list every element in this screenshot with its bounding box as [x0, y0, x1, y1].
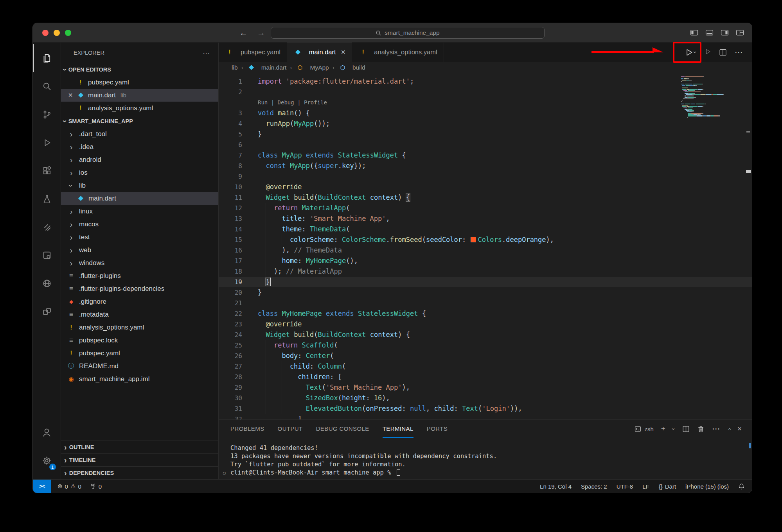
section-dependencies[interactable]: ›DEPENDENCIES [61, 466, 218, 479]
code-editor[interactable]: 1import 'package:flutter/material.dart';… [219, 73, 752, 419]
command-decoration-icon[interactable]: ○ [223, 469, 226, 477]
code-line[interactable]: 14theme: ThemeData( [219, 224, 752, 235]
code-line[interactable]: 31ElevatedButton(onPressed: null, child:… [219, 403, 752, 414]
activity-explorer[interactable] [33, 44, 61, 72]
line-number[interactable]: 16 [219, 245, 258, 256]
tree-item-lib[interactable]: ›lib [61, 179, 218, 192]
tree-item-dart-tool[interactable]: ›.dart_tool [61, 127, 218, 140]
line-number[interactable]: 8 [219, 161, 258, 171]
section-timeline[interactable]: ›TIMELINE [61, 453, 218, 466]
split-editor-icon[interactable] [719, 48, 727, 56]
code-line[interactable]: 17home: MyHomePage(), [219, 256, 752, 266]
panel-tab-problems[interactable]: PROBLEMS [230, 420, 264, 438]
line-number[interactable] [219, 97, 258, 108]
tree-item-linux[interactable]: ›linux [61, 205, 218, 218]
line-number[interactable]: 26 [219, 351, 258, 361]
code-line[interactable]: 9 [219, 171, 752, 182]
language-status[interactable]: {} Dart [659, 483, 676, 490]
breadcrumb-item-build[interactable]: build [338, 64, 365, 71]
line-number[interactable]: 1 [219, 76, 258, 87]
open-editor-main-dart[interactable]: ×main.dartlib [61, 89, 218, 102]
code-line[interactable]: 2 [219, 87, 752, 97]
line-number[interactable]: 24 [219, 330, 258, 340]
code-line[interactable]: 1import 'package:flutter/material.dart'; [219, 76, 752, 87]
minimap[interactable] [681, 75, 727, 118]
panel-tab-ports[interactable]: PORTS [427, 420, 448, 438]
close-editor-icon[interactable]: × [65, 91, 76, 100]
terminal-output[interactable]: Changed 41 dependencies!13 packages have… [219, 438, 752, 477]
terminal-prompt-line[interactable]: ○clint@Clints-MacBook-Air smart_machine_… [230, 469, 752, 477]
tree-item-readme-md[interactable]: ⓘREADME.md [61, 360, 218, 373]
command-center[interactable]: smart_machine_app [271, 27, 545, 39]
line-number[interactable]: 12 [219, 203, 258, 213]
activity-run-debug[interactable] [33, 129, 61, 157]
line-number[interactable]: 17 [219, 256, 258, 266]
code-line[interactable]: 26body: Center( [219, 351, 752, 361]
minimize-window-button[interactable] [54, 30, 60, 36]
panel-tab-output[interactable]: OUTPUT [278, 420, 303, 438]
line-number[interactable]: 22 [219, 308, 258, 319]
codelens-links[interactable]: Run | Debug | Profile [258, 97, 327, 108]
ports-status[interactable]: 0 [90, 483, 102, 490]
line-number[interactable]: 25 [219, 340, 258, 351]
editor-tab-pubspec-yaml[interactable]: !pubspec.yaml [219, 43, 287, 62]
line-number[interactable]: 3 [219, 108, 258, 118]
line-number[interactable]: 6 [219, 140, 258, 150]
line-number[interactable]: 4 [219, 118, 258, 129]
titlebar[interactable]: ← → smart_machine_app [33, 23, 752, 42]
project-section-header[interactable]: › SMART_MACHINE_APP [61, 115, 218, 127]
line-number[interactable]: 10 [219, 182, 258, 192]
code-line[interactable]: 18); // MaterialApp [219, 266, 752, 277]
terminal-dropdown-icon[interactable]: › [671, 428, 677, 430]
tree-item-metadata[interactable]: ≡.metadata [61, 308, 218, 321]
line-number[interactable]: 32 [219, 414, 258, 419]
line-number[interactable]: 19 [219, 277, 258, 287]
activity-devtools[interactable] [33, 241, 61, 269]
line-number[interactable]: 13 [219, 213, 258, 224]
settings-button[interactable]: 1 [33, 446, 61, 475]
device-selector-status[interactable]: iPhone (15) (ios) [685, 483, 729, 490]
kill-terminal-trash-icon[interactable] [697, 425, 705, 433]
tree-item-smart-machine-app-iml[interactable]: ◉smart_machine_app.iml [61, 373, 218, 385]
activity-remote-explorer[interactable] [33, 297, 61, 326]
tree-item-ios[interactable]: ›ios [61, 166, 218, 179]
shell-selector[interactable]: zsh [635, 426, 653, 432]
code-line[interactable]: 28children: [ [219, 372, 752, 382]
tree-item-analysis-options-yaml[interactable]: !analysis_options.yaml [61, 321, 218, 334]
code-line[interactable]: 20} [219, 287, 752, 298]
code-line[interactable]: 4runApp(MyApp()); [219, 118, 752, 129]
open-editor-analysis-options-yaml[interactable]: !analysis_options.yaml [61, 102, 218, 115]
breadcrumb-item-main-dart[interactable]: main.dart [247, 64, 287, 71]
run-overflow-icon[interactable] [704, 48, 711, 57]
activity-extensions[interactable] [33, 157, 61, 185]
code-line[interactable]: 7class MyApp extends StatelessWidget { [219, 150, 752, 161]
toggle-primary-sidebar-icon[interactable] [690, 29, 698, 36]
remote-indicator[interactable]: >< [33, 480, 51, 493]
zoom-window-button[interactable] [65, 30, 71, 36]
line-number[interactable]: 18 [219, 266, 258, 277]
line-number[interactable]: 30 [219, 393, 258, 403]
breadcrumb-item-myapp[interactable]: MyApp [295, 64, 329, 71]
split-terminal-icon[interactable] [682, 425, 690, 433]
close-window-button[interactable] [42, 30, 49, 36]
line-number[interactable]: 31 [219, 403, 258, 414]
code-line[interactable]: 3void main() { [219, 108, 752, 118]
open-editors-header[interactable]: › OPEN EDITORS [61, 63, 218, 76]
line-number[interactable]: 2 [219, 87, 258, 97]
maximize-panel-icon[interactable]: › [726, 428, 732, 430]
tree-item-pubspec-yaml[interactable]: !pubspec.yaml [61, 347, 218, 360]
account-button[interactable] [33, 418, 61, 446]
activity-source-control[interactable] [33, 100, 61, 129]
code-line[interactable]: 29Text('Smart Machine App'), [219, 382, 752, 393]
code-line[interactable]: 24Widget build(BuildContext context) { [219, 330, 752, 340]
navigate-back-icon[interactable]: ← [239, 28, 248, 38]
line-number[interactable]: 20 [219, 287, 258, 298]
line-number[interactable]: 28 [219, 372, 258, 382]
line-number[interactable]: 11 [219, 192, 258, 203]
breadcrumb-item-lib[interactable]: lib [232, 64, 238, 71]
tree-item-windows[interactable]: ›windows [61, 256, 218, 269]
code-line[interactable]: 25return Scaffold( [219, 340, 752, 351]
tree-item-flutter-plugins[interactable]: ≡.flutter-plugins [61, 269, 218, 282]
toggle-panel-icon[interactable] [705, 29, 714, 36]
line-number[interactable]: 27 [219, 361, 258, 372]
